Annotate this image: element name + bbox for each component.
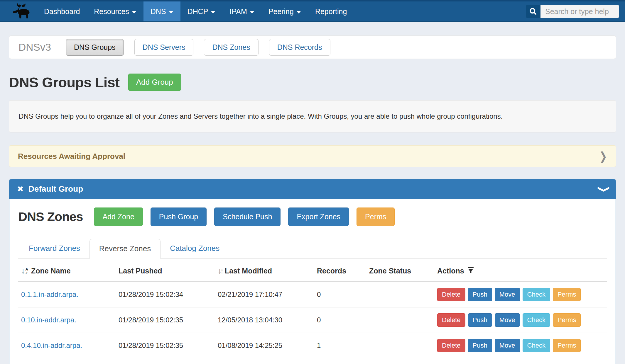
perms-row-button[interactable]: Perms xyxy=(553,339,581,352)
moose-logo[interactable] xyxy=(6,1,37,21)
sort-alpha-asc-icon[interactable]: ↓ AZ xyxy=(21,266,28,275)
groups-description: DNS Groups help you to organize all of y… xyxy=(9,100,616,132)
col-last-pushed[interactable]: Last Pushed xyxy=(119,267,162,275)
caret-down-icon xyxy=(250,11,254,13)
dns-records-button[interactable]: DNS Records xyxy=(269,39,330,56)
chevron-right-icon: ❯ xyxy=(599,149,607,163)
col-records[interactable]: Records xyxy=(317,267,346,275)
perms-row-button[interactable]: Perms xyxy=(553,288,581,301)
zones-table: ↓ AZ Zone Name Last Pushed ↓↑ xyxy=(18,259,607,358)
add-zone-button[interactable]: Add Zone xyxy=(94,207,143,226)
nav-item-dashboard[interactable]: Dashboard xyxy=(37,1,87,21)
search-icon xyxy=(529,7,537,16)
nav-label: DNS xyxy=(151,7,166,16)
delete-button[interactable]: Delete xyxy=(437,313,465,327)
default-group-header[interactable]: ✖ Default Group ❯ xyxy=(9,179,616,199)
chevron-down-icon[interactable]: ❯ xyxy=(598,185,611,193)
close-icon[interactable]: ✖ xyxy=(17,184,24,194)
tab-catalog-zones[interactable]: Catalog Zones xyxy=(161,239,229,259)
move-button[interactable]: Move xyxy=(495,288,520,301)
table-row: 0.4.10.in-addr.arpa. 01/28/2019 15:02:35… xyxy=(18,333,607,358)
dns-zones-toolbar: DNS Zones Add Zone Push Group Schedule P… xyxy=(18,207,607,226)
push-button[interactable]: Push xyxy=(468,339,492,352)
nav-label: Peering xyxy=(268,7,294,16)
default-group-title: Default Group xyxy=(28,184,83,194)
nav-item-peering[interactable]: Peering xyxy=(261,1,308,21)
tab-reverse-zones[interactable]: Reverse Zones xyxy=(89,239,161,259)
col-zone-status[interactable]: Zone Status xyxy=(369,267,411,275)
check-button[interactable]: Check xyxy=(523,288,550,301)
nav-item-ipam[interactable]: IPAM xyxy=(222,1,261,21)
approval-panel-title: Resources Awaiting Approval xyxy=(18,152,125,161)
filter-icon[interactable] xyxy=(467,267,474,275)
search-box xyxy=(526,5,619,18)
zone-link[interactable]: 0.4.10.in-addr.arpa. xyxy=(21,341,82,349)
default-group-body: DNS Zones Add Zone Push Group Schedule P… xyxy=(9,199,616,364)
push-button[interactable]: Push xyxy=(468,313,492,327)
caret-down-icon xyxy=(132,11,136,13)
nav-item-resources[interactable]: Resources xyxy=(87,1,143,21)
sort-updown-icon[interactable]: ↓↑ xyxy=(218,266,222,275)
dns-groups-button[interactable]: DNS Groups xyxy=(66,39,124,56)
records-cell: 1 xyxy=(314,333,366,358)
perms-row-button[interactable]: Perms xyxy=(553,313,581,327)
nav-label: DHCP xyxy=(188,7,208,16)
records-cell: 0 xyxy=(314,307,366,333)
dnsv3-title: DNSv3 xyxy=(18,41,51,53)
last-pushed-cell: 01/28/2019 15:02:35 xyxy=(116,307,215,333)
zone-status-cell xyxy=(366,307,434,333)
move-button[interactable]: Move xyxy=(495,339,520,352)
page-title: DNS Groups List xyxy=(9,74,119,91)
zone-status-cell xyxy=(366,282,434,307)
row-actions: Delete Push Move Check Perms xyxy=(437,288,604,301)
nav-item-dhcp[interactable]: DHCP xyxy=(180,1,223,21)
nav-label: Resources xyxy=(94,7,129,16)
export-zones-button[interactable]: Export Zones xyxy=(288,207,349,226)
records-cell: 0 xyxy=(314,282,366,307)
caret-down-icon xyxy=(296,11,301,13)
check-button[interactable]: Check xyxy=(523,339,550,352)
search-input[interactable] xyxy=(540,5,619,18)
table-row: 0.10.in-addr.arpa. 01/28/2019 15:02:35 1… xyxy=(18,307,607,333)
resources-awaiting-approval-panel[interactable]: Resources Awaiting Approval ❯ xyxy=(9,145,616,167)
dns-zones-heading: DNS Zones xyxy=(18,210,83,224)
col-zone-name[interactable]: Zone Name xyxy=(31,267,71,275)
row-actions: Delete Push Move Check Perms xyxy=(437,313,604,327)
nav-label: IPAM xyxy=(229,7,247,16)
caret-down-icon xyxy=(169,11,173,13)
nav-item-dns[interactable]: DNS xyxy=(143,1,180,21)
dnsv3-buttons: DNS Groups DNS Servers DNS Zones DNS Rec… xyxy=(66,39,330,56)
push-button[interactable]: Push xyxy=(468,288,492,301)
add-group-button[interactable]: Add Group xyxy=(128,74,181,91)
last-modified-cell: 12/05/2018 13:04:30 xyxy=(215,307,314,333)
zone-link[interactable]: 0.1.1.in-addr.arpa. xyxy=(21,290,78,298)
col-last-modified[interactable]: Last Modified xyxy=(225,267,272,275)
last-pushed-cell: 01/28/2019 15:02:34 xyxy=(116,282,215,307)
last-pushed-cell: 01/28/2019 15:02:35 xyxy=(116,333,215,358)
moose-icon xyxy=(10,3,33,20)
page-title-row: DNS Groups List Add Group xyxy=(9,74,616,91)
dns-servers-button[interactable]: DNS Servers xyxy=(134,39,194,56)
perms-button[interactable]: Perms xyxy=(357,207,395,226)
row-actions: Delete Push Move Check Perms xyxy=(437,339,604,352)
last-modified-cell: 02/21/2019 17:10:47 xyxy=(215,282,314,307)
search-area xyxy=(526,1,619,21)
delete-button[interactable]: Delete xyxy=(437,339,465,352)
search-button[interactable] xyxy=(526,5,540,18)
zones-tabs: Forward Zones Reverse Zones Catalog Zone… xyxy=(18,239,607,259)
schedule-push-button[interactable]: Schedule Push xyxy=(214,207,281,226)
nav-label: Reporting xyxy=(315,7,347,16)
nav-item-reporting[interactable]: Reporting xyxy=(308,1,354,21)
push-group-button[interactable]: Push Group xyxy=(151,207,207,226)
top-navbar: Dashboard Resources DNS DHCP IPAM Peerin… xyxy=(0,0,625,22)
zone-status-cell xyxy=(366,333,434,358)
move-button[interactable]: Move xyxy=(495,313,520,327)
zones-table-header-row: ↓ AZ Zone Name Last Pushed ↓↑ xyxy=(18,259,607,282)
zone-link[interactable]: 0.10.in-addr.arpa. xyxy=(21,316,76,324)
dnsv3-subnav: DNSv3 DNS Groups DNS Servers DNS Zones D… xyxy=(9,35,616,59)
dns-zones-button[interactable]: DNS Zones xyxy=(204,39,258,56)
nav-items: Dashboard Resources DNS DHCP IPAM Peerin… xyxy=(37,1,354,21)
delete-button[interactable]: Delete xyxy=(437,288,465,301)
tab-forward-zones[interactable]: Forward Zones xyxy=(19,239,89,259)
check-button[interactable]: Check xyxy=(523,313,550,327)
